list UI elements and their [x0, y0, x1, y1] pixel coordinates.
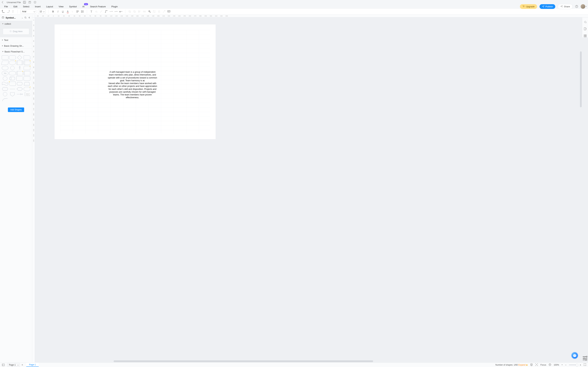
undo-icon[interactable]: [2, 10, 5, 13]
line-color-icon[interactable]: [100, 10, 103, 13]
publish-button[interactable]: Publish: [539, 4, 555, 9]
add-page-button[interactable]: +: [21, 363, 24, 367]
zoom-in-button[interactable]: +: [580, 364, 581, 366]
shape-manual-input[interactable]: [16, 76, 23, 81]
menu-plugin[interactable]: Plugin: [111, 5, 118, 8]
shape-parallelogram[interactable]: [1, 61, 9, 65]
menu-view[interactable]: View: [59, 5, 63, 8]
shape-delay[interactable]: [9, 82, 16, 86]
font-size-select[interactable]: 12: [38, 9, 46, 14]
menu-file[interactable]: File: [4, 5, 8, 8]
shape-process[interactable]: [2, 55, 9, 60]
canvas[interactable]: -30-20-100102030405060708090100110120130…: [32, 15, 588, 362]
ruler-horizontal[interactable]: -30-20-100102030405060708090100110120130…: [35, 15, 588, 17]
shape-actor[interactable]: [17, 66, 23, 70]
shape-ellipse[interactable]: [2, 66, 9, 70]
right-options-icon[interactable]: [582, 356, 588, 361]
shape-rect2[interactable]: [24, 76, 30, 81]
shape-arrow-dot[interactable]: [17, 92, 23, 96]
arrow-style-icon[interactable]: [114, 10, 117, 13]
menu-ai[interactable]: AI hot: [82, 5, 84, 8]
section-basic-flowchart[interactable]: Basic Flowchart S...: [0, 49, 32, 54]
zoom-value[interactable]: 100%: [554, 364, 559, 366]
fill-bucket-icon[interactable]: [584, 20, 587, 23]
page-paper[interactable]: A self-managed team is a group of indepe…: [55, 25, 216, 139]
assistant-button[interactable]: [571, 352, 578, 359]
shape-decision[interactable]: [17, 55, 23, 60]
focus-label[interactable]: Focus: [540, 364, 546, 366]
zoom-out-button[interactable]: −: [565, 364, 566, 366]
search-icon[interactable]: [24, 17, 26, 19]
shape-storage[interactable]: [24, 71, 30, 75]
line-style-icon[interactable]: [109, 10, 112, 13]
shape-trapezoid[interactable]: [24, 82, 30, 86]
effects-icon[interactable]: [148, 10, 151, 13]
shape-arc[interactable]: [2, 97, 9, 101]
panel-dropdown-icon[interactable]: ⌄: [22, 17, 23, 19]
shape-yes[interactable]: Yes: [2, 71, 9, 75]
page-export-icon[interactable]: [584, 27, 587, 30]
format-painter-icon[interactable]: [12, 10, 15, 13]
tools-icon[interactable]: [162, 10, 165, 13]
shape-annotation[interactable]: Drag the sideline bar tochange the width…: [24, 92, 30, 96]
expand-link[interactable]: Expand: [518, 364, 526, 366]
layers-icon[interactable]: [530, 363, 533, 367]
shape-card[interactable]: [24, 55, 30, 60]
font-family-select[interactable]: Arial: [20, 9, 36, 14]
align-left-obj-icon[interactable]: [138, 10, 141, 13]
chevron-down-icon[interactable]: [562, 365, 563, 365]
drag-here-dropzone[interactable]: Drag Here: [3, 28, 29, 35]
star-icon[interactable]: [34, 1, 37, 4]
crop-icon[interactable]: [153, 10, 156, 13]
horizontal-scrollbar[interactable]: [90, 360, 562, 362]
align-icon[interactable]: [76, 10, 79, 13]
send-back-icon[interactable]: [133, 10, 136, 13]
shape-onpage-connector[interactable]: [3, 92, 7, 96]
grid-icon[interactable]: [584, 34, 587, 37]
panel-toggle-icon[interactable]: [2, 363, 5, 367]
font-color-icon[interactable]: A: [66, 10, 69, 13]
save-icon[interactable]: [23, 1, 26, 4]
ruler-vertical[interactable]: 0102030405060708090100110120130140150160…: [32, 17, 35, 362]
section-collect[interactable]: collect: [0, 21, 32, 26]
menu-layout[interactable]: Layout: [46, 5, 53, 8]
shape-pill[interactable]: [24, 87, 30, 91]
fill-icon[interactable]: [95, 10, 98, 13]
shape-hexagon[interactable]: [2, 87, 9, 91]
shape-display[interactable]: [17, 82, 23, 86]
page-dropdown[interactable]: Page-1: [7, 363, 20, 367]
italic-icon[interactable]: I: [56, 10, 60, 13]
shape-user[interactable]: [24, 66, 30, 70]
add-shapes-button[interactable]: Add Shapes: [8, 108, 24, 112]
focus-target-icon[interactable]: [535, 363, 538, 367]
text-direction-icon[interactable]: T: [71, 10, 74, 13]
tab-page-1[interactable]: Page-1: [26, 363, 39, 367]
shape-direct-data[interactable]: [9, 76, 16, 81]
fullscreen-icon[interactable]: [584, 363, 586, 367]
shape-internal-storage[interactable]: [24, 61, 30, 65]
bring-front-icon[interactable]: [128, 10, 131, 13]
text-shape[interactable]: A self-managed team is a group of indepe…: [107, 71, 157, 99]
line-spacing-icon[interactable]: [81, 10, 84, 13]
share-button[interactable]: Share: [558, 4, 573, 9]
shape-terminator[interactable]: [9, 61, 16, 65]
vertical-scrollbar[interactable]: [580, 51, 582, 107]
export-icon[interactable]: [28, 1, 31, 4]
redo-icon[interactable]: [7, 10, 10, 13]
presentation-icon[interactable]: [167, 10, 171, 13]
distribute-icon[interactable]: [143, 10, 146, 13]
shape-database[interactable]: [9, 71, 16, 75]
shape-subprocess[interactable]: [17, 71, 23, 75]
help-icon[interactable]: [575, 5, 578, 8]
shape-preparation[interactable]: [17, 87, 23, 91]
underline-icon[interactable]: U: [61, 10, 64, 13]
section-text[interactable]: Text: [0, 37, 32, 43]
back-icon[interactable]: [1, 1, 5, 4]
user-avatar[interactable]: [581, 4, 587, 9]
menu-edit[interactable]: Edit: [13, 5, 17, 8]
section-basic-drawing[interactable]: Basic Drawing Sh...: [0, 43, 32, 49]
menu-search-feature[interactable]: Search Feature: [90, 5, 106, 8]
menu-symbol[interactable]: Symbol: [69, 5, 77, 8]
menu-select[interactable]: Select: [23, 5, 29, 8]
shape-rounded-rect[interactable]: [9, 55, 16, 60]
